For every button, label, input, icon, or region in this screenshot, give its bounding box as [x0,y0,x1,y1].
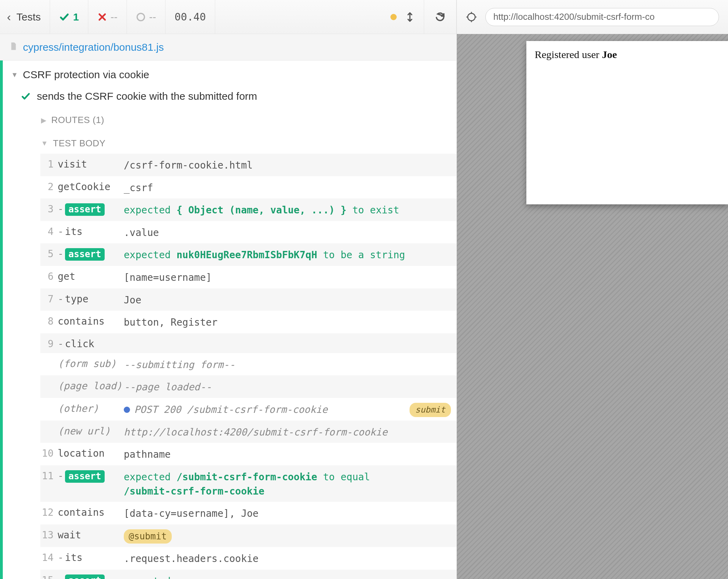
command-event-row[interactable]: (form sub)--submitting form-- [40,353,456,376]
command-row[interactable]: 15-assertexpected _csrf=nuk0HEugRee7RbmI… [40,570,456,579]
routes-section-header[interactable]: ▶ ROUTES (1) [3,107,456,130]
command-number: 7 [42,292,58,305]
command-event-row[interactable]: (new url)http://localhost:4200/submit-cs… [40,421,456,443]
passed-count[interactable]: 1 [50,0,88,34]
command-name: -assert [58,247,124,261]
command-number: 9 [42,337,58,350]
it-row[interactable]: sends the CSRF cookie with the submitted… [3,85,456,107]
registered-username: Joe [602,49,617,60]
pending-count[interactable]: -- [127,0,165,34]
command-log: 1visit/csrf-form-cookie.html2getCookie_c… [40,154,456,579]
command-row[interactable]: 2getCookie_csrf [40,176,456,199]
aut-url: http://localhost:4200/submit-csrf-form-c… [493,11,655,22]
command-name: get [58,269,124,282]
chevron-left-icon: ‹ [7,10,11,24]
command-name: location [58,446,124,459]
command-name: -click [58,337,124,350]
command-number: 13 [42,528,58,541]
test-body-label: TEST BODY [53,138,105,149]
command-message: button, Register [124,314,451,330]
command-number: 4 [42,225,58,237]
selector-playground-button[interactable] [466,11,477,23]
route-alias-pill: submit [410,403,451,417]
describe-title: CSRF protection via cookie [23,69,149,81]
tests-area: ▼ CSRF protection via cookie sends the C… [0,60,456,579]
aut-url-bar[interactable]: http://localhost:4200/submit-csrf-form-c… [485,8,719,26]
command-row[interactable]: 4-its.value [40,221,456,244]
command-number [42,379,58,380]
aut-page: Registered user Joe [526,41,728,204]
command-number: 10 [42,446,58,459]
command-row[interactable]: 1visit/csrf-form-cookie.html [40,154,456,176]
command-name: (form sub) [58,357,124,369]
command-name: contains [58,505,124,518]
spec-file-bar[interactable]: cypress/integration/bonus81.js [0,34,456,60]
describe-row[interactable]: ▼ CSRF protection via cookie [3,64,456,85]
command-number: 14 [42,551,58,563]
command-name: wait [58,528,124,541]
file-icon [9,41,18,53]
command-event-row[interactable]: (other)POST 200 /submit-csrf-form-cookie… [40,398,456,421]
command-number: 11 [42,469,58,482]
command-name: visit [58,157,124,170]
command-message: pathname [124,446,451,462]
command-name: (new url) [58,424,124,437]
command-name: -its [58,551,124,563]
aut-stage: Registered user Joe [457,34,728,579]
command-number [42,424,58,425]
routes-label: ROUTES (1) [51,115,104,125]
command-row[interactable]: 14-its.request.headers.cookie [40,547,456,570]
back-label: Tests [16,11,41,23]
command-row[interactable]: 8containsbutton, Register [40,311,456,333]
caret-right-icon: ▶ [41,116,47,124]
command-number: 15 [42,573,58,579]
command-row[interactable]: 10locationpathname [40,443,456,465]
command-row[interactable]: 7-typeJoe [40,288,456,311]
pending-icon [136,12,146,22]
command-name: getCookie [58,180,124,193]
command-row[interactable]: 3-assertexpected { Object (name, value, … [40,198,456,221]
command-name: -type [58,292,124,305]
command-message: .request.headers.cookie [124,551,451,566]
command-name: -assert [58,573,124,579]
duration: 00.40 [165,0,215,34]
command-name: contains [58,314,124,327]
auto-scroll-toggle[interactable] [404,11,415,23]
caret-down-icon: ▼ [11,71,18,79]
reporter-top-bar: ‹ Tests 1 -- -- 00.40 [0,0,456,34]
command-event-row[interactable]: (page load)--page loaded-- [40,375,456,398]
command-number: 2 [42,180,58,193]
command-row[interactable]: 12contains[data-cy=username], Joe [40,502,456,524]
it-title: sends the CSRF cookie with the submitted… [37,90,257,102]
command-message: [name=username] [124,269,451,285]
auto-scroll-indicator-icon [390,14,397,20]
command-message: Joe [124,292,451,308]
reporter-panel: ‹ Tests 1 -- -- 00.40 [0,0,457,579]
crosshair-icon [466,11,477,23]
command-number: 5 [42,247,58,260]
command-number [42,357,58,358]
command-row[interactable]: 5-assertexpected nuk0HEugRee7RbmISbFbK7q… [40,243,456,266]
rerun-button[interactable] [424,0,456,34]
command-message: POST 200 /submit-csrf-form-cookiesubmit [124,401,451,417]
command-name: (other) [58,401,124,414]
test-body-section-header[interactable]: ▼ TEST BODY [3,130,456,154]
command-row[interactable]: 13wait@submit [40,524,456,547]
reload-icon [435,11,446,23]
back-to-tests-button[interactable]: ‹ Tests [0,0,50,34]
command-message: --page loaded-- [124,379,451,394]
caret-down-icon: ▼ [41,139,48,147]
command-name: (page load) [58,379,124,392]
assert-badge: assert [65,203,105,216]
command-row[interactable]: 6get[name=username] [40,266,456,288]
command-message: expected { Object (name, value, ...) } t… [124,202,451,218]
command-row[interactable]: 9-click [40,333,456,353]
command-row[interactable]: 11-assertexpected /submit-csrf-form-cook… [40,465,456,502]
command-message: expected /submit-csrf-form-cookie to equ… [124,469,451,498]
aut-toolbar: http://localhost:4200/submit-csrf-form-c… [457,0,728,34]
command-number: 8 [42,314,58,327]
assert-badge: assert [65,470,105,483]
top-spacer [215,0,424,34]
failed-count[interactable]: -- [88,0,127,34]
command-number: 3 [42,202,58,215]
